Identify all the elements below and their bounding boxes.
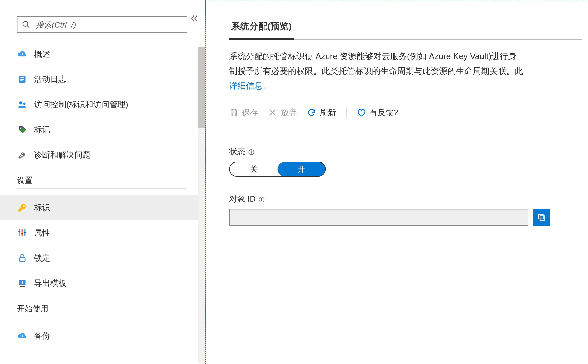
info-icon[interactable] — [258, 195, 265, 202]
svg-rect-19 — [232, 109, 235, 111]
nav-access-control[interactable]: 访问控制(标识和访问管理) — [0, 92, 205, 117]
toggle-off[interactable]: 关 — [230, 162, 278, 176]
svg-point-6 — [19, 101, 22, 104]
object-id-input[interactable] — [229, 209, 528, 226]
toggle-on[interactable]: 开 — [278, 162, 326, 176]
nav-properties[interactable]: 属性 — [0, 220, 205, 245]
svg-rect-4 — [20, 79, 24, 80]
desc-line1: 系统分配的托管标识使 Azure 资源能够对云服务(例如 Azure Key V… — [229, 52, 516, 61]
key-icon — [18, 203, 27, 212]
status-label: 状态 — [229, 146, 245, 157]
svg-line-1 — [27, 26, 29, 28]
svg-rect-5 — [20, 80, 23, 81]
wrench-icon — [18, 150, 27, 160]
nav-label: 概述 — [34, 49, 50, 59]
tab-system-assigned[interactable]: 系统分配(预览) — [229, 17, 294, 40]
nav-list-main: 概述 活动日志 访问控制(标识和访问管理) 标记 — [0, 41, 205, 168]
learn-more-link[interactable]: 详细信息。 — [229, 81, 271, 90]
status-label-row: 状态 — [229, 146, 255, 157]
copy-button[interactable] — [533, 209, 550, 226]
svg-rect-15 — [24, 232, 26, 233]
svg-rect-18 — [20, 286, 25, 287]
toolbar: 保存 放弃 刷新 有反馈? — [229, 107, 588, 118]
section-start: 开始使用 — [0, 296, 205, 322]
desc-line2: 制授予所有必要的权限。此类托管标识的生命周期与此资源的生命周期关联。此 — [229, 66, 523, 76]
nav-label: 标识 — [34, 202, 50, 213]
feedback-button[interactable]: 有反馈? — [357, 107, 398, 118]
nav-label: 锁定 — [34, 253, 50, 263]
svg-rect-3 — [20, 77, 24, 78]
svg-rect-11 — [21, 229, 23, 236]
save-label: 保存 — [242, 107, 258, 118]
svg-rect-20 — [232, 113, 235, 116]
svg-point-8 — [20, 128, 21, 129]
nav-overview[interactable]: 概述 — [0, 41, 205, 67]
svg-rect-13 — [19, 231, 20, 232]
info-icon[interactable] — [248, 148, 255, 155]
lock-icon — [18, 253, 27, 263]
save-button: 保存 — [229, 107, 258, 118]
object-id-row — [229, 209, 588, 226]
export-icon — [18, 279, 27, 288]
svg-rect-10 — [19, 229, 20, 236]
refresh-icon — [307, 108, 316, 117]
main-content: 系统分配(预览) 系统分配的托管标识使 Azure 资源能够对云服务(例如 Az… — [206, 0, 588, 364]
nav-label: 导出模板 — [34, 278, 66, 289]
people-icon — [18, 100, 27, 109]
log-icon — [18, 75, 27, 84]
sidebar: 概述 活动日志 访问控制(标识和访问管理) 标记 — [0, 0, 205, 364]
refresh-label: 刷新 — [320, 107, 336, 118]
app-root: 概述 活动日志 访问控制(标识和访问管理) 标记 — [0, 0, 588, 364]
nav-label: 属性 — [34, 228, 50, 238]
nav-label: 备份 — [34, 331, 50, 341]
cloud-backup-icon — [18, 331, 27, 341]
svg-point-25 — [251, 151, 251, 151]
nav-label: 活动日志 — [34, 74, 66, 85]
save-icon — [229, 108, 238, 117]
object-id-label: 对象 ID — [229, 194, 255, 204]
nav-diagnose[interactable]: 诊断和解决问题 — [0, 142, 205, 168]
tag-icon — [18, 125, 27, 134]
nav-locks[interactable]: 锁定 — [0, 245, 205, 271]
svg-point-7 — [23, 103, 26, 105]
nav-backup[interactable]: 备份 — [0, 323, 205, 349]
tab-bar: 系统分配(预览) — [229, 17, 582, 40]
sliders-icon — [18, 228, 27, 238]
toolbar-divider — [346, 107, 346, 118]
nav-label: 访问控制(标识和访问管理) — [34, 99, 128, 110]
feedback-label: 有反馈? — [369, 107, 398, 118]
search-icon — [22, 20, 30, 29]
svg-rect-16 — [20, 258, 25, 261]
svg-rect-30 — [538, 214, 543, 219]
status-field: 状态 关 开 — [229, 146, 588, 177]
scrollbar-track[interactable] — [198, 47, 205, 363]
collapse-sidebar-button[interactable] — [190, 14, 199, 23]
nav-export-template[interactable]: 导出模板 — [0, 271, 205, 296]
cloud-icon — [18, 49, 27, 59]
svg-point-28 — [261, 198, 262, 199]
nav-activity-log[interactable]: 活动日志 — [0, 67, 205, 92]
svg-point-0 — [23, 21, 28, 26]
discard-label: 放弃 — [281, 107, 297, 118]
nav-identity[interactable]: 标识 — [0, 195, 205, 220]
object-id-label-row: 对象 ID — [229, 194, 265, 204]
close-icon — [268, 108, 277, 117]
nav-list-start: 备份 — [0, 323, 205, 349]
discard-button: 放弃 — [268, 107, 297, 118]
svg-point-9 — [23, 205, 25, 207]
nav-label: 标记 — [34, 124, 50, 135]
search-input[interactable] — [17, 16, 187, 33]
object-id-field: 对象 ID — [229, 194, 588, 226]
status-toggle[interactable]: 关 开 — [229, 162, 326, 177]
scrollbar-thumb[interactable] — [198, 47, 205, 128]
section-settings: 设置 — [0, 168, 205, 193]
search-wrap — [17, 16, 187, 33]
heart-icon — [357, 108, 366, 117]
description-text: 系统分配的托管标识使 Azure 资源能够对云服务(例如 Azure Key V… — [229, 49, 585, 93]
svg-rect-29 — [540, 216, 545, 220]
refresh-button[interactable]: 刷新 — [307, 107, 336, 118]
nav-list-settings: 标识 属性 锁定 导出模板 — [0, 195, 205, 296]
svg-rect-14 — [21, 233, 23, 234]
nav-tags[interactable]: 标记 — [0, 117, 205, 142]
nav-label: 诊断和解决问题 — [34, 150, 91, 160]
